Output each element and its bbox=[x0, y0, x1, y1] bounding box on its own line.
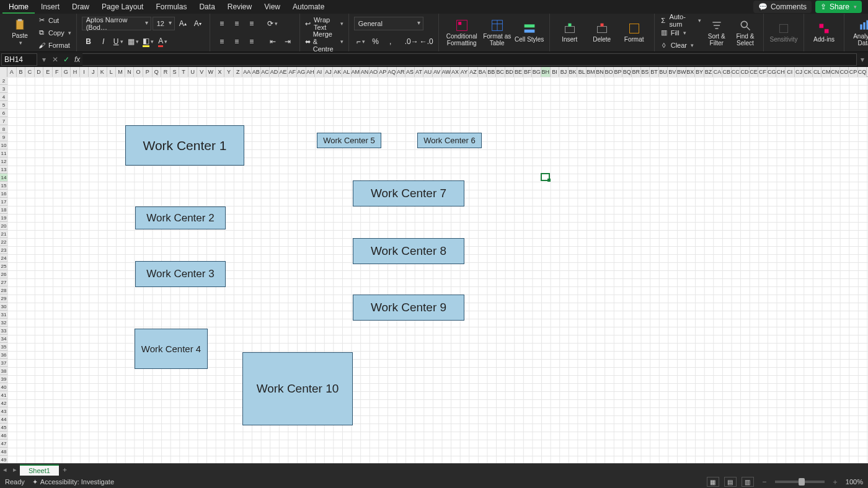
increase-decimal-button[interactable]: .0→ bbox=[405, 35, 418, 48]
row-header[interactable]: 18 bbox=[0, 206, 7, 214]
zoom-out-button[interactable]: − bbox=[759, 477, 770, 486]
column-header[interactable]: BF bbox=[523, 67, 533, 77]
column-header[interactable]: CL bbox=[813, 67, 822, 77]
row-header[interactable]: 19 bbox=[0, 214, 7, 222]
column-header[interactable]: CG bbox=[768, 67, 777, 77]
expand-formula-bar-button[interactable]: ▾ bbox=[857, 55, 868, 64]
name-box-dropdown[interactable]: ▾ bbox=[38, 55, 50, 64]
column-header[interactable]: AN bbox=[360, 67, 370, 77]
increase-font-button[interactable]: A▴ bbox=[176, 17, 190, 30]
column-header[interactable]: BS bbox=[641, 67, 650, 77]
column-header[interactable]: Q bbox=[153, 67, 162, 77]
find-select-button[interactable]: Find & Select bbox=[732, 16, 758, 50]
cut-button[interactable]: ✂Cut bbox=[37, 15, 71, 26]
sheet-nav-prev[interactable]: ◂ bbox=[0, 466, 10, 474]
column-header[interactable]: BC bbox=[496, 67, 505, 77]
column-header[interactable]: CO bbox=[840, 67, 849, 77]
column-header[interactable]: AK bbox=[333, 67, 342, 77]
column-header[interactable]: Y bbox=[224, 67, 234, 77]
column-header[interactable]: U bbox=[188, 67, 198, 77]
column-header[interactable]: AQ bbox=[388, 67, 397, 77]
column-header[interactable]: CI bbox=[786, 67, 795, 77]
sheet-nav-next[interactable]: ▸ bbox=[10, 466, 20, 474]
menu-tab-draw[interactable]: Draw bbox=[66, 1, 95, 14]
paste-button[interactable]: Paste ▾ bbox=[5, 16, 35, 50]
fill-color-button[interactable]: ◧▾ bbox=[141, 35, 155, 48]
align-top-button[interactable]: ≡ bbox=[215, 17, 229, 30]
menu-tab-page-layout[interactable]: Page Layout bbox=[95, 1, 149, 14]
column-header[interactable]: N bbox=[125, 67, 135, 77]
decrease-indent-button[interactable]: ⇤ bbox=[266, 35, 280, 48]
column-header[interactable]: CK bbox=[804, 67, 813, 77]
row-header[interactable]: 24 bbox=[0, 254, 7, 262]
column-header[interactable]: X bbox=[216, 67, 225, 77]
row-header[interactable]: 30 bbox=[0, 303, 7, 311]
fx-icon[interactable]: fx bbox=[72, 55, 82, 64]
menu-tab-home[interactable]: Home bbox=[2, 1, 35, 14]
column-header[interactable]: S bbox=[170, 67, 180, 77]
underline-button[interactable]: U▾ bbox=[112, 35, 125, 48]
column-header[interactable]: BJ bbox=[559, 67, 569, 77]
column-header[interactable]: BW bbox=[677, 67, 686, 77]
column-header[interactable]: W bbox=[206, 67, 216, 77]
sort-filter-button[interactable]: Sort & Filter bbox=[704, 16, 730, 50]
column-header[interactable]: BY bbox=[695, 67, 704, 77]
row-header[interactable]: 49 bbox=[0, 456, 7, 463]
column-header[interactable]: BI bbox=[551, 67, 560, 77]
column-header[interactable]: CQ bbox=[858, 67, 867, 77]
menu-tab-data[interactable]: Data bbox=[193, 1, 221, 14]
zoom-slider[interactable] bbox=[775, 481, 825, 483]
column-header[interactable]: BT bbox=[650, 67, 659, 77]
analyse-data-button[interactable]: Analyse Data bbox=[849, 16, 868, 50]
row-header[interactable]: 48 bbox=[0, 448, 7, 456]
decrease-font-button[interactable]: A▾ bbox=[191, 17, 205, 30]
column-header[interactable]: AD bbox=[270, 67, 279, 77]
clear-button[interactable]: ◊Clear▾ bbox=[660, 40, 701, 51]
cancel-formula-button[interactable]: ✕ bbox=[50, 55, 61, 64]
align-center-button[interactable]: ≡ bbox=[230, 35, 244, 48]
align-bottom-button[interactable]: ≡ bbox=[245, 17, 259, 30]
format-as-table-button[interactable]: Format as Table bbox=[482, 16, 512, 50]
menu-tab-insert[interactable]: Insert bbox=[35, 1, 66, 14]
column-header[interactable]: AJ bbox=[324, 67, 334, 77]
column-header[interactable]: AG bbox=[297, 67, 306, 77]
column-header[interactable]: AC bbox=[261, 67, 270, 77]
font-color-button[interactable]: A▾ bbox=[156, 35, 170, 48]
column-header[interactable]: BR bbox=[632, 67, 641, 77]
column-header[interactable]: C bbox=[25, 67, 35, 77]
column-header[interactable]: BZ bbox=[704, 67, 714, 77]
column-header[interactable]: H bbox=[71, 67, 80, 77]
column-header[interactable]: BK bbox=[569, 67, 578, 77]
column-header[interactable]: L bbox=[107, 67, 117, 77]
column-header[interactable]: BE bbox=[514, 67, 523, 77]
comments-button[interactable]: 💬 Comments bbox=[753, 1, 812, 13]
format-cells-button[interactable]: Format bbox=[619, 16, 649, 50]
increase-indent-button[interactable]: ⇥ bbox=[281, 35, 294, 48]
column-header[interactable]: K bbox=[98, 67, 107, 77]
cells-canvas[interactable]: Work Center 1Work Center 2Work Center 3W… bbox=[7, 77, 868, 463]
zoom-thumb[interactable] bbox=[799, 478, 805, 486]
wrap-text-button[interactable]: ↩Wrap Text▾ bbox=[305, 18, 343, 29]
row-header[interactable]: 36 bbox=[0, 351, 7, 359]
fill-button[interactable]: ▥Fill▾ bbox=[660, 27, 701, 38]
column-header[interactable]: AH bbox=[306, 67, 316, 77]
column-header[interactable]: BD bbox=[505, 67, 515, 77]
column-header[interactable]: AB bbox=[252, 67, 261, 77]
row-header[interactable]: 15 bbox=[0, 182, 7, 190]
column-header[interactable]: B bbox=[17, 67, 26, 77]
column-header[interactable]: AL bbox=[342, 67, 352, 77]
number-format-selector[interactable]: General bbox=[354, 17, 423, 30]
row-header[interactable]: 5 bbox=[0, 101, 7, 109]
column-header[interactable]: CF bbox=[758, 67, 768, 77]
row-header[interactable]: 27 bbox=[0, 278, 7, 286]
row-header[interactable]: 11 bbox=[0, 149, 7, 157]
column-header[interactable]: D bbox=[35, 67, 44, 77]
row-header[interactable]: 44 bbox=[0, 415, 7, 424]
column-header[interactable]: F bbox=[53, 67, 62, 77]
column-header[interactable]: BH bbox=[541, 67, 551, 77]
column-header[interactable]: AI bbox=[315, 67, 324, 77]
column-header[interactable]: A bbox=[7, 67, 17, 77]
shape-work-center[interactable]: Work Center 4 bbox=[135, 329, 208, 369]
column-header[interactable]: BM bbox=[587, 67, 596, 77]
cell-styles-button[interactable]: Cell Styles bbox=[515, 16, 544, 50]
